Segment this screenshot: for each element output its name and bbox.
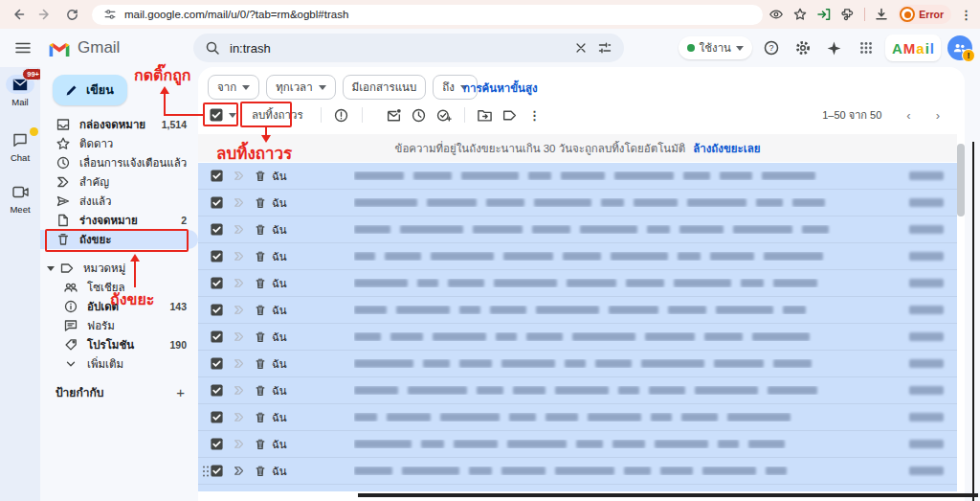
- rail-item-meet[interactable]: Meet: [0, 182, 40, 215]
- row-checkbox-icon[interactable]: [210, 195, 224, 210]
- email-row[interactable]: ฉัน: [198, 190, 957, 216]
- email-row[interactable]: ฉัน: [198, 324, 957, 351]
- labels-icon[interactable]: [498, 104, 523, 125]
- sidebar-item-category[interactable]: หมวดหมู่: [40, 259, 198, 278]
- importance-marker-icon[interactable]: [233, 383, 247, 398]
- importance-marker-icon[interactable]: [233, 356, 247, 371]
- sidebar-item-clock[interactable]: เลื่อนการแจ้งเตือนแล้ว: [40, 153, 198, 172]
- reload-icon[interactable]: [61, 4, 82, 25]
- mark-unread-icon[interactable]: [382, 104, 407, 125]
- search-icon[interactable]: [205, 40, 220, 56]
- sidebar-item-send[interactable]: ส่งแล้ว: [40, 192, 198, 211]
- report-spam-icon[interactable]: [329, 104, 354, 125]
- row-checkbox-icon[interactable]: [210, 410, 224, 424]
- sidebar-item-draft[interactable]: ร่างจดหมาย2: [40, 211, 198, 230]
- search-bar[interactable]: in:trash: [193, 34, 624, 62]
- importance-marker-icon[interactable]: [233, 195, 247, 210]
- empty-trash-link[interactable]: ล้างถังขยะเลย: [693, 140, 760, 157]
- row-checkbox-icon[interactable]: [210, 464, 224, 478]
- gmail-logo[interactable]: Gmail: [48, 38, 151, 57]
- importance-marker-icon[interactable]: [233, 410, 247, 424]
- importance-marker-icon[interactable]: [233, 222, 247, 237]
- row-checkbox-icon[interactable]: [210, 169, 224, 183]
- importance-marker-icon[interactable]: [233, 249, 247, 263]
- email-row[interactable]: ฉัน: [198, 297, 957, 324]
- expand-triangle-icon[interactable]: [47, 266, 55, 271]
- email-row[interactable]: ฉัน: [198, 270, 957, 297]
- sidebar-item-inbox[interactable]: กล่องจดหมาย1,514: [40, 115, 198, 134]
- sidebar-item-tag[interactable]: โปรโมชัน190: [40, 335, 198, 354]
- row-checkbox-icon[interactable]: [210, 249, 224, 263]
- settings-gear-icon[interactable]: [791, 35, 815, 60]
- sidebar-item-forum[interactable]: ฟอรัม: [40, 316, 198, 335]
- meet-icon[interactable]: [6, 182, 34, 201]
- browser-menu-dots-icon[interactable]: ⋮: [960, 8, 972, 22]
- rail-item-mail[interactable]: 99+ Mail: [0, 75, 40, 107]
- chat-icon[interactable]: [6, 130, 34, 149]
- row-checkbox-icon[interactable]: [210, 222, 224, 237]
- filter-chip-label: มีเอกสารแนบ: [352, 79, 417, 96]
- more-options-icon[interactable]: ⋮: [523, 104, 547, 125]
- email-row[interactable]: ฉัน: [198, 458, 957, 485]
- download-icon[interactable]: [874, 7, 889, 22]
- email-row[interactable]: ฉัน: [198, 377, 957, 404]
- row-checkbox-icon[interactable]: [210, 356, 224, 371]
- row-checkbox-icon[interactable]: [210, 437, 224, 451]
- filter-chip[interactable]: จาก: [208, 75, 259, 100]
- email-row[interactable]: ฉัน: [198, 243, 957, 270]
- sign-in-extension-icon[interactable]: [816, 7, 832, 22]
- forward-arrow-icon[interactable]: [34, 4, 56, 25]
- row-checkbox-icon[interactable]: [210, 383, 224, 398]
- help-icon[interactable]: ?: [759, 35, 784, 60]
- row-checkbox-icon[interactable]: [210, 330, 224, 344]
- bookmark-star-icon[interactable]: [792, 7, 808, 22]
- create-label-plus-icon[interactable]: +: [176, 384, 185, 400]
- email-row[interactable]: ฉัน: [198, 431, 957, 458]
- compose-button[interactable]: เขียน: [53, 75, 127, 105]
- filter-chip[interactable]: มีเอกสารแนบ: [343, 75, 427, 100]
- filter-chip[interactable]: ทุกเวลา: [266, 75, 335, 100]
- email-row[interactable]: ฉัน: [198, 351, 957, 377]
- importance-marker-icon[interactable]: [233, 437, 247, 451]
- chat-notification-dot: [30, 127, 38, 136]
- importance-marker-icon[interactable]: [233, 303, 247, 317]
- importance-marker-icon[interactable]: [233, 330, 247, 344]
- add-to-tasks-icon[interactable]: [432, 104, 457, 125]
- drag-handle-icon[interactable]: [201, 464, 210, 479]
- importance-marker-icon[interactable]: [233, 169, 247, 183]
- address-bar[interactable]: mail.google.com/mail/u/0/?tab=rm&ogbl#tr…: [92, 5, 763, 25]
- advanced-search-tune-icon[interactable]: [597, 40, 612, 56]
- row-checkbox-icon[interactable]: [210, 303, 224, 317]
- importance-marker-icon[interactable]: [233, 464, 247, 478]
- snooze-icon[interactable]: [407, 104, 432, 125]
- site-settings-icon[interactable]: [103, 8, 117, 21]
- preview-eye-icon[interactable]: [768, 7, 784, 22]
- redacted-date: [909, 467, 944, 475]
- search-input[interactable]: in:trash: [230, 41, 565, 56]
- profile-error-badge[interactable]: Error: [898, 5, 951, 24]
- main-menu-icon[interactable]: [4, 29, 42, 67]
- rail-item-chat[interactable]: Chat: [0, 130, 40, 163]
- url-text[interactable]: mail.google.com/mail/u/0/?tab=rm&ogbl#tr…: [124, 9, 348, 20]
- email-row[interactable]: ฉัน: [198, 163, 957, 190]
- move-to-icon[interactable]: [473, 104, 498, 125]
- extensions-puzzle-icon[interactable]: [840, 7, 856, 22]
- newer-page-icon[interactable]: ‹: [906, 108, 910, 123]
- apps-grid-icon[interactable]: [854, 35, 879, 60]
- list-scrollbar[interactable]: [957, 144, 965, 216]
- sidebar-item-important[interactable]: สำคัญ: [40, 172, 198, 192]
- email-row[interactable]: ฉัน: [198, 216, 957, 243]
- sidebar-item-star[interactable]: ติดดาว: [40, 134, 198, 153]
- sidebar-item-chevron[interactable]: เพิ่มเติม: [40, 354, 198, 374]
- profile-avatar[interactable]: !: [947, 35, 972, 60]
- gemini-sparkle-icon[interactable]: [822, 35, 847, 60]
- advanced-search-link[interactable]: การค้นหาขั้นสูง: [463, 80, 538, 97]
- row-checkbox-icon[interactable]: [210, 276, 224, 290]
- importance-marker-icon[interactable]: [233, 276, 247, 290]
- back-arrow-icon[interactable]: [8, 4, 29, 25]
- email-row[interactable]: ฉัน: [198, 404, 957, 431]
- clear-search-icon[interactable]: [574, 41, 588, 55]
- mail-icon[interactable]: 99+: [6, 75, 34, 94]
- status-chip[interactable]: ใช้งาน: [679, 36, 752, 59]
- older-page-icon[interactable]: ›: [936, 108, 940, 123]
